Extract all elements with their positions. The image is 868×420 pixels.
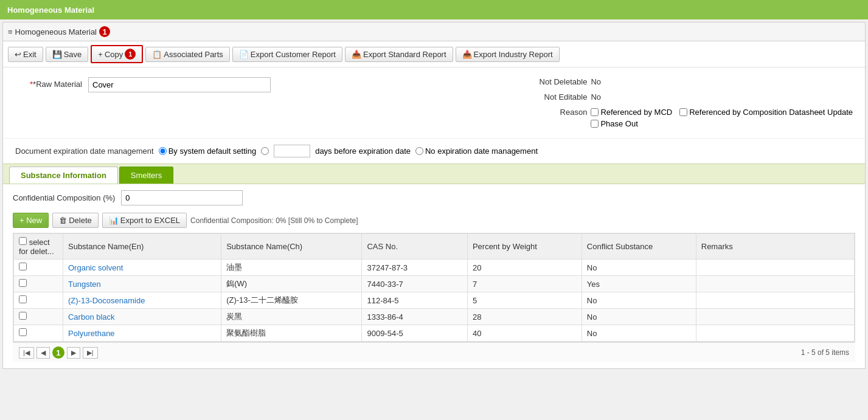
reason-mcd[interactable]: Referenced by MCD [591,108,672,117]
row-conflict: No [582,309,696,325]
tab-substance-info[interactable]: Substance Information [9,167,118,184]
doc-radio-days-input[interactable] [261,147,269,155]
doc-days-text: days before expiration date [315,146,411,156]
col-header-name-en: Substance Name(En) [63,234,221,260]
doc-radio-no-expire[interactable]: No expiration date management [415,146,538,156]
row-remarks [696,325,854,342]
comp-info-text: Confidential Composition: 0% [Still 0% t… [190,216,358,225]
confidential-comp-row: Confidential Composition (%) [13,190,855,205]
export-customer-button[interactable]: 📄 Export Customer Report [232,47,342,62]
copy-badge: 1 [125,49,136,60]
row-percent: 40 [467,325,582,342]
table-row: Tungsten 鎢(W) 7440-33-7 7 Yes [14,276,855,292]
tab-bar: ≡ Homogeneous Material 1 [3,22,865,41]
doc-label: Document expiration date management [15,146,154,156]
not-editable-row: Not Editable No [532,92,853,102]
pager: |◀ ◀ 1 ▶ ▶| 1 - 5 of 5 items [13,342,855,362]
row-percent: 7 [467,276,582,292]
associated-parts-button[interactable]: 📋 Associated Parts [145,47,230,62]
not-deletable-row: Not Deletable No [532,77,853,86]
row-name-ch: 鎢(W) [221,276,362,292]
reason-label: Reason [532,108,587,117]
row-cas: 112-84-5 [362,292,467,309]
export-industry-icon: 📥 [462,50,472,59]
reason-phaseout[interactable]: Phase Out [591,119,853,128]
comp-input[interactable] [121,190,243,205]
row-conflict: No [582,292,696,309]
export-standard-icon: 📥 [352,50,361,59]
raw-material-input[interactable] [88,77,271,92]
substance-name-en-link[interactable]: Polyurethane [68,329,115,338]
right-info: Not Deletable No Not Editable No Reason … [508,77,853,128]
substance-name-en-link[interactable]: Organic solvent [68,263,123,272]
select-all-checkbox[interactable] [19,237,27,245]
substance-table-wrapper: select for delet... Substance Name(En) S… [13,233,855,342]
row-checkbox[interactable] [19,328,27,336]
col-header-percent: Percent by Weight [467,234,582,260]
substance-table-body: Organic solvent 油墨 37247-87-3 20 No Tung… [14,260,855,342]
copy-button[interactable]: + Copy 1 [91,45,143,63]
row-cas: 7440-33-7 [362,276,467,292]
reason-composition-label: Referenced by Composition Datasheet Upda… [689,108,853,117]
tab-smelters[interactable]: Smelters [119,167,173,184]
row-checkbox[interactable] [19,295,27,303]
row-checkbox-cell [14,276,63,292]
doc-option1-label: By system default setting [168,146,257,156]
export-standard-button[interactable]: 📥 Export Standard Report [345,47,453,62]
exit-button[interactable]: ↩ Exit [8,47,43,62]
row-cas: 1333-86-4 [362,309,467,325]
table-row: Organic solvent 油墨 37247-87-3 20 No [14,260,855,276]
doc-radio-default[interactable]: By system default setting [159,146,257,156]
breadcrumb-label[interactable]: Homogeneous Material [15,27,97,36]
pager-prev-button[interactable]: ◀ [36,347,50,359]
row-remarks [696,276,854,292]
doc-radio-no-expire-input[interactable] [415,147,423,155]
toolbar: ↩ Exit 💾 Save + Copy 1 📋 Associated Part… [3,41,865,67]
doc-radio-default-input[interactable] [159,147,167,155]
not-editable-label: Not Editable [532,92,587,102]
comp-label: Confidential Composition (%) [13,193,115,202]
row-checkbox[interactable] [19,263,27,270]
export-excel-button[interactable]: 📊 Export to EXCEL [102,213,187,228]
delete-button[interactable]: 🗑 Delete [52,213,99,228]
reason-phaseout-checkbox[interactable] [591,120,599,128]
new-button[interactable]: + New [13,213,49,228]
table-header-row: select for delet... Substance Name(En) S… [14,234,855,260]
save-button[interactable]: 💾 Save [46,47,89,62]
row-name-en: Carbon black [63,309,221,325]
breadcrumb-icon: ≡ [8,27,13,36]
pager-first-button[interactable]: |◀ [19,347,34,359]
row-cas: 9009-54-5 [362,325,467,342]
reason-mcd-checkbox[interactable] [591,108,599,116]
not-editable-value: No [591,92,601,102]
row-conflict: Yes [582,276,696,292]
doc-days-input[interactable] [274,145,310,157]
delete-icon: 🗑 [59,216,67,225]
table-row: Polyurethane 聚氨酯樹脂 9009-54-5 40 No [14,325,855,342]
substance-section: Confidential Composition (%) + New 🗑 Del… [3,184,865,368]
export-industry-button[interactable]: 📥 Export Industry Report [456,47,560,62]
pager-next-button[interactable]: ▶ [67,347,80,359]
reason-composition[interactable]: Referenced by Composition Datasheet Upda… [679,108,853,117]
row-checkbox[interactable] [19,312,27,320]
row-checkbox-cell [14,325,63,342]
row-percent: 20 [467,260,582,276]
substance-name-en-link[interactable]: Carbon black [68,312,115,322]
col-header-conflict: Conflict Substance [582,234,696,260]
pager-controls: |◀ ◀ 1 ▶ ▶| [19,346,98,359]
row-remarks [696,292,854,309]
row-checkbox[interactable] [19,279,27,287]
reason-mcd-label: Referenced by MCD [600,108,672,117]
action-bar: + New 🗑 Delete 📊 Export to EXCEL Confide… [13,210,855,233]
pager-current-page: 1 [52,346,64,359]
copy-icon: + [98,50,103,59]
col-header-select: select for delet... [14,234,63,260]
col-header-remarks: Remarks [696,234,854,260]
reason-composition-checkbox[interactable] [679,108,687,116]
row-name-en: Organic solvent [63,260,221,276]
doc-radio-days[interactable] [261,147,269,155]
row-name-ch: (Z)-13-二十二烯醯胺 [221,292,362,309]
pager-last-button[interactable]: ▶| [83,347,98,359]
substance-name-en-link[interactable]: Tungsten [68,280,101,289]
substance-name-en-link[interactable]: (Z)-13-Docosenamide [68,296,145,305]
